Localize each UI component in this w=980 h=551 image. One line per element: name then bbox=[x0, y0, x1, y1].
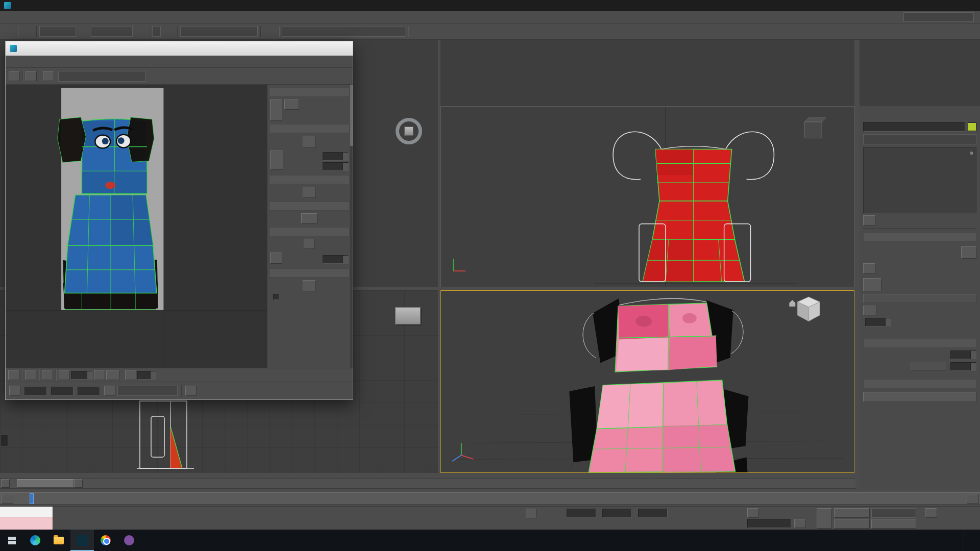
workspace-dropdown[interactable] bbox=[903, 12, 974, 22]
@[interactable] bbox=[304, 239, 315, 249]
front-viewport[interactable] bbox=[440, 106, 854, 287]
@[interactable] bbox=[26, 71, 37, 81]
taskbar-viber[interactable] bbox=[117, 530, 141, 551]
x-coordinate-field[interactable] bbox=[567, 509, 596, 517]
taskbar-chrome[interactable] bbox=[94, 530, 117, 551]
@[interactable] bbox=[411, 25, 424, 38]
@[interactable] bbox=[270, 253, 282, 264]
v-coordinate-field[interactable] bbox=[51, 387, 74, 395]
key-filter-dropdown[interactable] bbox=[871, 508, 916, 518]
viewcube-compass[interactable] bbox=[387, 109, 431, 153]
edit-uvws-title-bar[interactable] bbox=[6, 41, 353, 56]
mini-curve-editor-button[interactable] bbox=[1, 494, 13, 504]
@[interactable] bbox=[185, 386, 197, 396]
reference-coordinate-dropdown[interactable] bbox=[91, 26, 133, 37]
explode-header[interactable] bbox=[269, 227, 350, 236]
@[interactable] bbox=[526, 509, 537, 518]
grid-size-field[interactable] bbox=[138, 372, 150, 378]
selection-rollout-header[interactable] bbox=[863, 233, 976, 242]
viewport-splitter-vertical[interactable] bbox=[438, 40, 440, 478]
frame-position-caret[interactable] bbox=[30, 493, 34, 504]
material-id-filter-dropdown[interactable] bbox=[117, 386, 178, 396]
@[interactable] bbox=[863, 306, 876, 315]
material-ids-rollout-header[interactable] bbox=[863, 339, 976, 348]
track-bar[interactable] bbox=[0, 492, 980, 505]
uv-editor-canvas[interactable] bbox=[6, 85, 267, 368]
@[interactable] bbox=[94, 370, 105, 380]
reshape-elements-header[interactable] bbox=[269, 175, 350, 184]
weld-threshold-field[interactable] bbox=[323, 257, 342, 263]
object-color-swatch[interactable] bbox=[968, 122, 976, 131]
@[interactable] bbox=[301, 213, 317, 223]
collapse-panel-arrow[interactable] bbox=[0, 435, 8, 447]
project-folder-dropdown[interactable] bbox=[282, 26, 405, 37]
taskbar-3dsmax[interactable] bbox=[70, 530, 94, 551]
maxscript-mini-listener[interactable] bbox=[0, 507, 53, 530]
next-frame-arrow[interactable] bbox=[74, 479, 83, 488]
select-id-field[interactable] bbox=[951, 363, 970, 369]
u-coordinate-field[interactable] bbox=[24, 387, 47, 395]
spinner-arrows-icon[interactable] bbox=[885, 318, 891, 326]
previous-frame-arrow[interactable] bbox=[1, 479, 10, 488]
texture-map-dropdown[interactable] bbox=[58, 71, 146, 82]
@[interactable] bbox=[863, 108, 877, 119]
@[interactable] bbox=[303, 280, 316, 291]
set-id-field[interactable] bbox=[951, 352, 970, 358]
@[interactable] bbox=[925, 508, 937, 518]
@[interactable] bbox=[284, 99, 299, 110]
@[interactable] bbox=[961, 246, 976, 259]
stitch-header[interactable] bbox=[269, 202, 350, 211]
z-coordinate-field[interactable] bbox=[638, 509, 668, 517]
taskbar-edge[interactable] bbox=[23, 530, 47, 551]
@[interactable] bbox=[863, 215, 875, 226]
xy-plane-button[interactable] bbox=[106, 370, 119, 380]
@[interactable] bbox=[8, 370, 19, 380]
selection-filter-dropdown[interactable] bbox=[39, 26, 76, 37]
set-key-button[interactable] bbox=[834, 519, 870, 529]
open-uv-editor-button[interactable] bbox=[863, 392, 976, 402]
command-panel-splitter[interactable] bbox=[854, 40, 860, 478]
@[interactable] bbox=[335, 42, 351, 55]
peel-header[interactable] bbox=[269, 268, 350, 278]
@[interactable] bbox=[59, 370, 70, 380]
uvw-align-mode-icon[interactable] bbox=[270, 99, 282, 121]
taskbar-explorer[interactable] bbox=[47, 530, 70, 551]
weld-threshold-spinner[interactable] bbox=[323, 255, 349, 264]
grid-size-spinner[interactable] bbox=[137, 371, 156, 380]
@[interactable] bbox=[104, 386, 115, 396]
modifier-list-dropdown[interactable] bbox=[863, 134, 976, 144]
key-mode-toggle[interactable] bbox=[794, 519, 806, 528]
@[interactable] bbox=[3, 25, 15, 38]
@[interactable] bbox=[263, 25, 276, 38]
select-id-spinner[interactable] bbox=[950, 362, 976, 371]
auto-key-button[interactable] bbox=[834, 508, 870, 518]
w-coordinate-field[interactable] bbox=[78, 387, 100, 395]
perspective-viewport[interactable] bbox=[440, 290, 854, 473]
@[interactable] bbox=[134, 25, 146, 38]
named-selection-set-dropdown[interactable] bbox=[180, 26, 258, 37]
compass-cube[interactable] bbox=[404, 127, 413, 136]
strength-spinner[interactable] bbox=[323, 152, 349, 161]
start-button[interactable] bbox=[0, 530, 23, 551]
falloff-field[interactable] bbox=[323, 164, 342, 170]
spinner-arrows-icon[interactable] bbox=[970, 351, 976, 359]
strength-field[interactable] bbox=[323, 154, 342, 160]
brush-angle-field[interactable] bbox=[71, 372, 87, 378]
@[interactable] bbox=[9, 71, 20, 81]
spinner-arrows-icon[interactable] bbox=[970, 363, 976, 370]
snaps-toggle-button[interactable] bbox=[152, 26, 161, 37]
uvw-brush-falloff-icon[interactable] bbox=[270, 151, 283, 170]
@[interactable] bbox=[958, 0, 980, 11]
@[interactable] bbox=[125, 370, 136, 380]
set-keys-button[interactable] bbox=[817, 508, 832, 529]
key-filters-button[interactable] bbox=[871, 519, 916, 529]
modifier-stack-square[interactable] bbox=[970, 151, 974, 155]
time-slider-handle[interactable] bbox=[17, 479, 74, 488]
@[interactable] bbox=[42, 370, 53, 380]
@[interactable] bbox=[864, 148, 975, 158]
@[interactable] bbox=[863, 263, 875, 273]
y-coordinate-field[interactable] bbox=[602, 509, 632, 517]
@[interactable] bbox=[863, 278, 881, 291]
maxscript-white-row[interactable] bbox=[0, 507, 53, 517]
detach-checkbox[interactable] bbox=[273, 294, 279, 300]
